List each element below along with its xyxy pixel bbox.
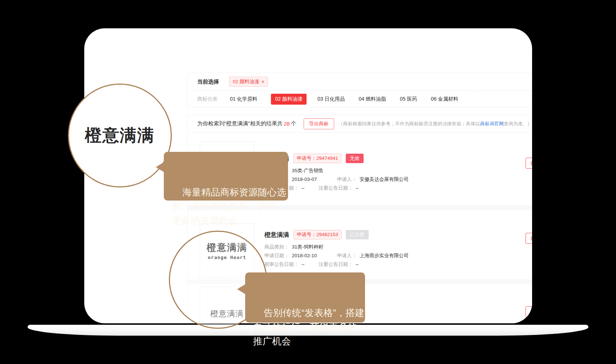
category-row: 商标分类 01 化学原料 02 颜料油漆 03 日化用品 04 燃料油脂 05 … bbox=[188, 90, 532, 108]
trademark-detail: 橙意满满 申请号：29482153 已注册 商品类别：31类-饲料种籽 申请日期… bbox=[264, 230, 409, 269]
row-actions: 自助注册 委托购买 bbox=[526, 158, 532, 169]
category-chip-02-selected[interactable]: 02 颜料油漆 bbox=[271, 94, 306, 105]
trademark-name[interactable]: 橙意满满 bbox=[264, 231, 289, 239]
callout-arrow-left-icon bbox=[237, 284, 246, 294]
selected-filter-tag-text: 02 颜料油漆 bbox=[233, 78, 259, 85]
current-selection-label: 当前选择 bbox=[197, 78, 219, 85]
category-chip-03[interactable]: 03 日化用品 bbox=[317, 96, 345, 102]
self-register-button[interactable]: 自助注册 bbox=[526, 306, 532, 317]
callout-promotion: 告别传统“发表格”，搭建 自己的标行，获得更多的 推广机会 bbox=[245, 272, 365, 323]
current-selection-row: 当前选择 02 颜料油漆 × 全部清除 bbox=[188, 73, 532, 90]
callout-arrow-left-icon bbox=[156, 162, 164, 172]
disclaimer: （商标检索结果仅供参考，不作为商标能否注册的法律依据；具体以商标局官网查询为准。… bbox=[339, 121, 532, 127]
self-register-button[interactable]: 自助注册 bbox=[526, 233, 532, 244]
application-no-badge: 申请号：29474941 bbox=[293, 154, 341, 163]
application-no-badge: 申请号：29482153 bbox=[293, 230, 341, 239]
status-badge: 已注册 bbox=[346, 230, 369, 239]
row-actions: 自助注册 委托购买 bbox=[526, 233, 532, 244]
callout-promotion-text: 告别传统“发表格”，搭建 自己的标行，获得更多的 推广机会 bbox=[253, 307, 364, 347]
results-count: 28 bbox=[284, 121, 290, 127]
status-badge: 无效 bbox=[346, 154, 364, 163]
close-icon[interactable]: × bbox=[262, 79, 264, 85]
trademark-office-link[interactable]: 商标局官网 bbox=[480, 121, 504, 126]
date-value: 2018-02-10 bbox=[292, 253, 317, 258]
filter-card: 当前选择 02 颜料油漆 × 全部清除 商标分类 01 化学原料 02 颜料油漆… bbox=[187, 73, 532, 108]
row-actions: 自助注册 委托购买 bbox=[526, 306, 532, 317]
applicant-value: 安徽美达会展有限公司 bbox=[360, 177, 409, 182]
category-value: 35类-广告销售 bbox=[292, 168, 324, 173]
category-chip-05[interactable]: 05 医药 bbox=[400, 96, 417, 102]
export-trademark-button[interactable]: 导出商标 bbox=[304, 118, 334, 129]
selected-filter-tag[interactable]: 02 颜料油漆 × bbox=[229, 77, 268, 87]
category-chip-06[interactable]: 06 金属材料 bbox=[431, 96, 458, 102]
results-summary-prefix: 为你检索到“橙意满满”相关的结果共 bbox=[197, 120, 283, 127]
stage: 当前选择 02 颜料油漆 × 全部清除 商标分类 01 化学原料 02 颜料油漆… bbox=[0, 0, 616, 364]
category-chip-01[interactable]: 01 化学原料 bbox=[230, 96, 257, 102]
applicant-value: 上海雨步实业有限公司 bbox=[360, 253, 409, 258]
magnified-trademark-text: 橙意满满 bbox=[85, 124, 155, 147]
category-chip-04[interactable]: 04 燃料油脂 bbox=[358, 96, 386, 102]
results-header: 为你检索到“橙意满满”相关的结果共 28 个 导出商标 （商标检索结果仅供参考，… bbox=[188, 115, 532, 133]
self-register-button[interactable]: 自助注册 bbox=[526, 158, 532, 169]
results-summary-suffix: 个 bbox=[291, 120, 296, 127]
category-value: 31类-饲料种籽 bbox=[292, 244, 324, 250]
date-value: 2018-03-07 bbox=[292, 177, 317, 182]
category-label: 商标分类 bbox=[197, 96, 218, 102]
callout-marketplace: 海量精品商标资源随心选 购。支持在线交易，获得 更多的交易机会 bbox=[164, 152, 288, 201]
